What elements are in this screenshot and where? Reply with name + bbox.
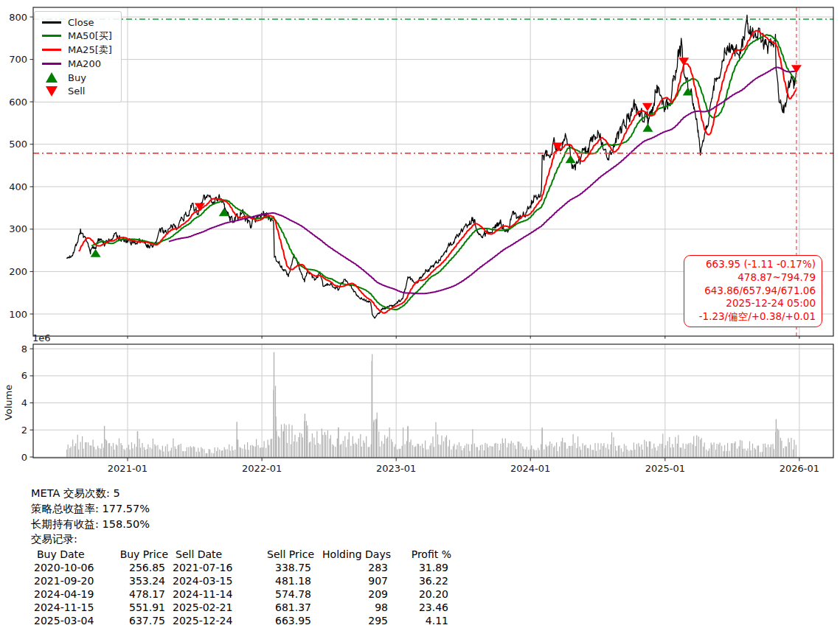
quote-annotation-box: 663.95 (-1.11 -0.17%) 478.87~794.79 643.…: [684, 255, 822, 327]
svg-text:0: 0: [21, 452, 27, 463]
buy-marker: [566, 155, 576, 163]
hold-return-line: 长期持有收益: 158.50%: [31, 517, 451, 532]
gridlines: [33, 7, 833, 458]
trade-count-line: META 交易次数: 5: [31, 486, 451, 501]
trade-cell: 209: [311, 587, 388, 601]
trade-cell: 574.78: [246, 587, 311, 601]
svg-text:2024-01: 2024-01: [510, 463, 550, 474]
legend: Close MA50[买] MA25[卖] MA200 Buy Sell: [34, 11, 122, 102]
strategy-summary: META 交易次数: 5 策略总收益率: 177.57% 长期持有收益: 158…: [31, 486, 451, 627]
trade-cell: 481.18: [246, 574, 311, 587]
trade-cell: 2025-03-04: [31, 614, 105, 627]
svg-text:8: 8: [21, 343, 27, 355]
annotation-range: 478.87~794.79: [690, 271, 816, 285]
annotation-datetime: 2025-12-24 05:00: [690, 297, 816, 310]
legend-label-ma25: MA25[卖]: [68, 43, 112, 57]
svg-text:800: 800: [9, 12, 27, 23]
col-buy-date: Buy Date: [31, 548, 108, 561]
legend-label-sell: Sell: [68, 86, 85, 97]
trade-cell: 4.11: [388, 614, 448, 627]
svg-text:100: 100: [9, 309, 27, 320]
col-profit: Profit %: [391, 548, 451, 561]
legend-item-ma50: MA50[买]: [41, 29, 117, 43]
trade-cell: 551.91: [105, 601, 165, 614]
trade-cell: 2021-07-16: [165, 561, 246, 574]
trade-cell: 2020-10-06: [31, 561, 105, 574]
sell-triangle-icon: [41, 86, 61, 97]
legend-item-buy: Buy: [41, 71, 117, 84]
svg-text:2021-01: 2021-01: [108, 463, 147, 474]
trade-cell: 36.22: [388, 574, 448, 587]
trade-cell: 2025-02-21: [165, 601, 246, 614]
svg-text:2025-01: 2025-01: [645, 463, 685, 474]
svg-text:2023-01: 2023-01: [376, 463, 416, 474]
svg-text:4: 4: [21, 397, 27, 408]
trade-row: 2024-11-15551.912025-02-21681.379823.46: [31, 601, 451, 614]
close-line-swatch: [41, 21, 61, 24]
legend-item-close: Close: [41, 15, 117, 29]
legend-label-buy: Buy: [68, 72, 86, 83]
svg-text:2026-01: 2026-01: [780, 463, 819, 474]
trade-cell: 663.95: [246, 614, 311, 627]
trade-table-header: Buy Date Buy Price Sell Date Sell Price …: [31, 548, 451, 561]
trade-cell: 20.20: [388, 587, 448, 601]
legend-label-ma200: MA200: [68, 58, 101, 69]
strategy-chart-figure: 100200300400500600700800024682021-012022…: [0, 0, 840, 628]
svg-text:200: 200: [9, 266, 27, 277]
trade-cell: 2024-11-15: [31, 601, 105, 614]
trade-cell: 2024-03-15: [165, 574, 246, 587]
trade-cell: 637.75: [105, 614, 165, 627]
legend-label-close: Close: [68, 17, 94, 28]
strategy-return-line: 策略总收益率: 177.57%: [31, 501, 451, 517]
trade-cell: 907: [311, 574, 388, 587]
trade-cell: 31.89: [388, 561, 448, 574]
trade-records-table: Buy Date Buy Price Sell Date Sell Price …: [31, 548, 451, 627]
annotation-bias: -1.23/偏空/+0.38/+0.01: [690, 310, 816, 324]
svg-text:400: 400: [9, 181, 27, 192]
ma50-line-swatch: [41, 35, 61, 37]
svg-text:600: 600: [9, 97, 27, 108]
svg-text:6: 6: [21, 370, 27, 381]
trade-rows: 2020-10-06256.852021-07-16338.7528331.89…: [31, 561, 451, 627]
col-sell-price: Sell Price: [249, 548, 314, 561]
trade-cell: 98: [311, 601, 388, 614]
trade-cell: 283: [311, 561, 388, 574]
trade-cell: 23.46: [388, 601, 448, 614]
annotation-price-change: 663.95 (-1.11 -0.17%): [690, 258, 816, 271]
trade-row: 2021-09-20353.242024-03-15481.1890736.22: [31, 574, 451, 587]
col-holding-days: Holding Days: [314, 548, 391, 561]
trade-cell: 256.85: [105, 561, 165, 574]
svg-text:300: 300: [9, 223, 27, 234]
legend-item-ma200: MA200: [41, 57, 117, 70]
svg-text:500: 500: [9, 139, 27, 150]
trade-cell: 681.37: [246, 601, 311, 614]
legend-item-ma25: MA25[卖]: [41, 43, 117, 57]
ma25-line-swatch: [41, 49, 61, 51]
volume-bars: [66, 352, 796, 458]
trade-cell: 2021-09-20: [31, 574, 105, 587]
buy-marker: [91, 249, 101, 257]
svg-text:2: 2: [21, 425, 27, 436]
trade-row: 2025-03-04637.752025-12-24663.952954.11: [31, 614, 451, 627]
trade-cell: 2024-11-14: [165, 587, 246, 601]
trade-cell: 2024-04-19: [31, 587, 105, 601]
trade-records-label: 交易记录:: [31, 531, 451, 547]
trade-cell: 353.24: [105, 574, 165, 587]
legend-item-sell: Sell: [41, 85, 117, 98]
col-buy-price: Buy Price: [108, 548, 168, 561]
legend-label-ma50: MA50[买]: [68, 29, 112, 43]
buy-marker: [642, 124, 653, 132]
trade-cell: 338.75: [246, 561, 311, 574]
trade-row: 2024-04-19478.172024-11-14574.7820920.20: [31, 587, 451, 601]
buy-triangle-icon: [41, 72, 61, 83]
col-sell-date: Sell Date: [168, 548, 249, 561]
trade-cell: 295: [311, 614, 388, 627]
annotation-levels: 643.86/657.94/671.06: [690, 285, 816, 298]
svg-text:2022-01: 2022-01: [242, 463, 282, 474]
trade-cell: 2025-12-24: [165, 614, 246, 627]
svg-text:700: 700: [9, 54, 27, 65]
trade-cell: 478.17: [105, 587, 165, 601]
volume-offset-label: 1e6: [32, 332, 51, 343]
price-volume-chart: 100200300400500600700800024682021-012022…: [0, 0, 840, 483]
volume-axis-label: Volume: [3, 385, 14, 420]
